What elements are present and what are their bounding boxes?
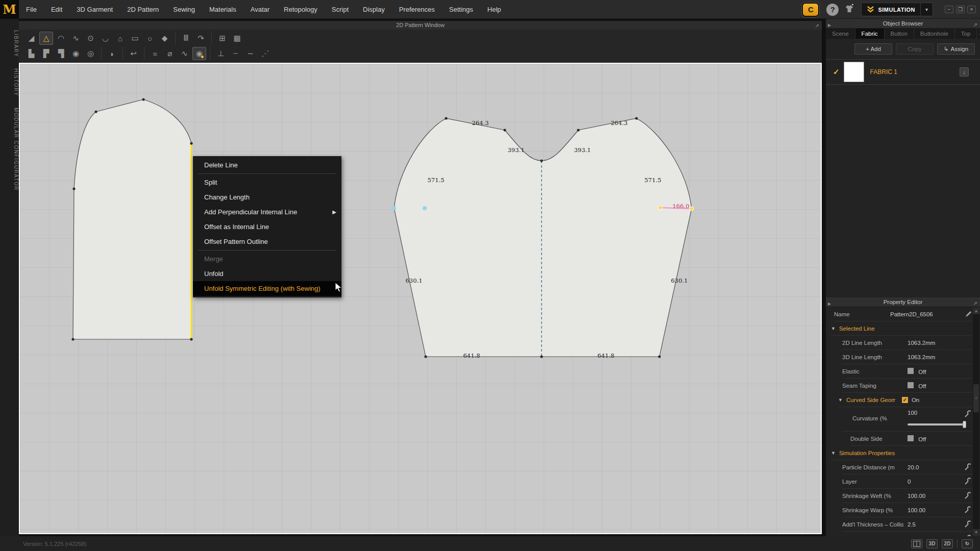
tab-scene[interactable]: Scene	[826, 29, 855, 39]
menu-item-retopology[interactable]: Retopology	[277, 0, 325, 19]
dart-tool[interactable]: ◆	[158, 32, 172, 45]
tab-button[interactable]: Button	[885, 29, 914, 39]
slider-handle[interactable]	[963, 421, 966, 428]
3d-view-button[interactable]: 3D	[926, 539, 938, 548]
show-sewing-tool[interactable]: ◉	[69, 47, 83, 60]
menu-item-edit[interactable]: Edit	[44, 0, 69, 19]
wrench-icon[interactable]	[964, 506, 972, 514]
context-menu-item-delete-line[interactable]: Delete Line	[193, 158, 341, 172]
panel-collapse-icon[interactable]: ▶	[828, 20, 831, 30]
stitch-type-tool[interactable]: ⌀	[163, 47, 177, 60]
menu-item-settings[interactable]: Settings	[442, 0, 480, 19]
edit-name-icon[interactable]	[965, 311, 972, 318]
object-browser-popout-icon[interactable]: ↗	[973, 20, 977, 30]
menu-item-2d-pattern[interactable]: 2D Pattern	[120, 0, 166, 19]
add-button[interactable]: + Add	[854, 43, 892, 55]
context-menu-item-add-perpendicular-internal-line[interactable]: Add Perpendicular Internal Line▶	[193, 205, 341, 219]
notch-tool[interactable]: ⋰	[258, 47, 272, 60]
curved-side-geometry-section[interactable]: ▼ Curved Side Geome ✓ On	[838, 393, 972, 407]
menu-item-script[interactable]: Script	[325, 0, 356, 19]
seam-taping-checkbox[interactable]	[908, 382, 914, 388]
seam-taping-tool[interactable]: ◗	[105, 47, 119, 60]
rectangle-tool[interactable]: ▭	[128, 32, 142, 45]
edit-curvature-tool[interactable]: ◠	[54, 32, 68, 45]
menu-item-avatar[interactable]: Avatar	[243, 0, 277, 19]
property-editor-scrollbar[interactable]: ▲ ≡ ▼	[973, 308, 979, 536]
tab-scroll-left-icon[interactable]: ◀	[977, 29, 980, 39]
pattern-grid-tool[interactable]: ▦	[230, 32, 244, 45]
sidebar-item-history[interactable]: HISTORY	[0, 64, 19, 96]
segment-sewing-tool[interactable]: ▙	[24, 47, 38, 60]
edit-pattern-tool[interactable]: △	[39, 32, 53, 45]
elastic-checkbox[interactable]	[908, 368, 914, 374]
menu-item-3d-garment[interactable]: 3D Garment	[69, 0, 120, 19]
selected-line-section[interactable]: ▼ Selected Line	[831, 321, 972, 336]
sidebar-item-modular-configurator[interactable]: MODULAR CONFIGURATOR	[0, 104, 19, 191]
sidebar-item-library[interactable]: LIBRARY	[0, 26, 19, 57]
transform-pattern-tool[interactable]: ◢	[24, 32, 38, 45]
ellipse-tool[interactable]: ○	[143, 32, 157, 45]
grading-tool[interactable]: ⊞	[215, 32, 229, 45]
property-editor-popout-icon[interactable]: ↗	[973, 298, 977, 308]
clo-badge-icon[interactable]: C	[802, 3, 819, 17]
context-menu-item-offset-as-internal-line[interactable]: Offset as Internal Line	[193, 219, 341, 234]
wrench-icon[interactable]	[964, 410, 972, 418]
mn-sewing-tool[interactable]: ▜	[54, 47, 68, 60]
wrench-icon[interactable]	[964, 478, 972, 485]
pattern-piece-front[interactable]	[394, 118, 692, 357]
context-menu-item-split[interactable]: Split	[193, 175, 341, 190]
pattern-piece-left[interactable]	[73, 99, 191, 339]
menu-item-display[interactable]: Display	[356, 0, 392, 19]
add-point-tool[interactable]: ⊙	[84, 32, 97, 45]
add-garment-icon[interactable]	[844, 4, 855, 16]
menu-item-materials[interactable]: Materials	[202, 0, 243, 19]
tab-buttonhole[interactable]: Buttonhole	[914, 29, 955, 39]
simulation-dropdown-caret[interactable]: ▾	[921, 3, 933, 16]
fold-arrangement-tool[interactable]: ↩	[127, 47, 140, 60]
split-view-button[interactable]	[911, 539, 922, 548]
tab-top[interactable]: Top	[955, 29, 977, 39]
scroll-up-icon[interactable]: ▲	[973, 308, 979, 314]
edit-round-corner-tool[interactable]: ◡	[99, 32, 112, 45]
curvature-slider[interactable]	[908, 423, 965, 425]
fabric-save-icon[interactable]: ↓	[960, 67, 969, 77]
polygon-tool[interactable]: ⌂	[113, 32, 127, 45]
menu-item-preferences[interactable]: Preferences	[392, 0, 442, 19]
examine-sewing-tool[interactable]: ◎	[84, 47, 97, 60]
dashed-internal-line-tool[interactable]: ┄	[229, 47, 242, 60]
flat-pleats-tool[interactable]: ↷	[194, 32, 208, 45]
curved-side-checkbox[interactable]: ✓	[902, 397, 908, 403]
wrench-icon[interactable]	[964, 520, 972, 528]
topstitch-tool[interactable]: ∿	[178, 47, 191, 60]
context-menu-item-unfold[interactable]: Unfold	[193, 266, 341, 281]
wavy-internal-line-tool[interactable]: ∼	[243, 47, 257, 60]
free-sewing-tool[interactable]: ▛	[39, 47, 53, 60]
refresh-button[interactable]: ↻	[962, 539, 973, 548]
show-topstitch-tool[interactable]: ◉	[192, 47, 206, 60]
pattern-window-popout-icon[interactable]: ↗	[815, 21, 819, 30]
close-button[interactable]: ×	[967, 6, 976, 13]
menu-item-sewing[interactable]: Sewing	[166, 0, 202, 19]
menu-item-file[interactable]: File	[19, 0, 44, 19]
fabric-swatch[interactable]	[844, 62, 864, 82]
scroll-down-icon[interactable]: ▼	[973, 529, 979, 536]
context-menu-item-offset-pattern-outline[interactable]: Offset Pattern Outline	[193, 234, 341, 249]
edit-topstitch-tool[interactable]: ≈	[148, 47, 162, 60]
pleats-tool[interactable]: Ⅲ	[179, 32, 193, 45]
fabric-list-item[interactable]: ✓ FABRIC 1 ↓	[826, 60, 980, 84]
context-menu-item-unfold-symmetric-editing-with-sewing[interactable]: Unfold Symmetric Editing (with Sewing)	[193, 281, 341, 296]
double-side-checkbox[interactable]	[908, 435, 914, 441]
minimize-button[interactable]: −	[945, 6, 953, 13]
tab-fabric[interactable]: Fabric	[855, 29, 885, 39]
wrench-icon[interactable]	[964, 492, 972, 499]
restore-button[interactable]: ❐	[956, 6, 965, 13]
2d-pattern-canvas[interactable]: 264.3264.3393.1393.1571.5571.5166.0630.1…	[19, 63, 822, 534]
context-menu-item-change-length[interactable]: Change Length	[193, 190, 341, 205]
assign-button[interactable]: ↳ Assign	[937, 43, 975, 55]
help-button[interactable]: ?	[826, 4, 839, 16]
perpendicular-internal-line-tool[interactable]: ⊥	[214, 47, 228, 60]
edit-curve-point-tool[interactable]: ∿	[69, 32, 83, 45]
simulation-button[interactable]: SIMULATION	[861, 3, 921, 16]
panel-collapse-icon[interactable]: ▶	[828, 299, 831, 309]
wrench-icon[interactable]	[964, 463, 972, 471]
